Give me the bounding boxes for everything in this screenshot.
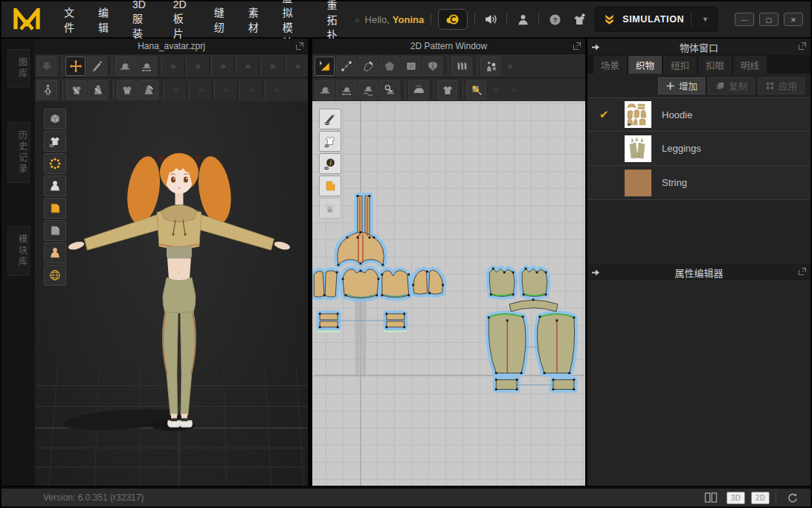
iron-tool-button[interactable]: [408, 80, 428, 100]
popout-icon[interactable]: [573, 42, 581, 51]
menu-overflow-chevron[interactable]: »: [354, 14, 358, 25]
info-eye-button[interactable]: i: [319, 153, 341, 174]
collapse-arrow-icon[interactable]: [591, 269, 601, 277]
help-button[interactable]: ?: [546, 11, 564, 28]
drape-dress-button[interactable]: [138, 80, 158, 100]
popout-icon[interactable]: [295, 42, 304, 51]
overflow-chevron-button[interactable]: »: [239, 57, 256, 76]
box-3d-button[interactable]: [44, 109, 66, 129]
texture-tool-button[interactable]: [466, 80, 486, 100]
add-garment-button[interactable]: [570, 11, 588, 28]
menu-sewing[interactable]: 缝纫: [202, 4, 236, 34]
toolbar-separator: [237, 81, 240, 99]
shirt-tool-button[interactable]: [437, 80, 457, 100]
fabric-row-leggings[interactable]: Leggings: [587, 132, 811, 166]
maximize-button[interactable]: ▢: [759, 13, 779, 26]
simulation-dropdown-caret[interactable]: ▼: [698, 16, 712, 23]
sew-machine-button[interactable]: [115, 57, 135, 76]
shirt-3d-button[interactable]: [44, 131, 66, 152]
viewport-3d[interactable]: [35, 101, 308, 486]
paper-gray-button[interactable]: [44, 220, 66, 241]
rect-tool-button[interactable]: [401, 57, 421, 76]
overflow-chevron-button[interactable]: »: [243, 80, 260, 100]
dart-tool-button[interactable]: [422, 57, 442, 76]
menu-retopology[interactable]: 重拓扑: [315, 0, 355, 42]
overflow-chevron-button[interactable]: »: [265, 57, 281, 76]
sew-check-button[interactable]: [379, 80, 399, 100]
menu-file[interactable]: 文件: [52, 4, 86, 34]
overflow-chevron-button[interactable]: »: [502, 57, 518, 76]
tab-button[interactable]: 纽扣: [663, 56, 697, 74]
move-tool-button[interactable]: [65, 57, 85, 76]
paper-yellow-button[interactable]: [44, 198, 66, 219]
pin-dress-button[interactable]: [88, 80, 108, 100]
polygon-tool-button[interactable]: [379, 57, 399, 76]
cloud-credit-button[interactable]: [438, 9, 468, 30]
pen-polygon-button[interactable]: [358, 57, 378, 76]
dock-tab-modules[interactable]: 模块库: [7, 226, 30, 276]
viewport-2d[interactable]: i: [312, 101, 585, 486]
popout-icon[interactable]: [798, 42, 807, 51]
menu-material[interactable]: 素材: [236, 4, 271, 34]
pleats-tool-button[interactable]: [451, 57, 471, 76]
dock-tab-history[interactable]: 历史记录: [7, 122, 30, 183]
shirt-eye-button[interactable]: [319, 131, 341, 152]
fabric-row-hoodie[interactable]: ✔ Hoodie: [587, 97, 811, 132]
overflow-chevron-button[interactable]: »: [215, 57, 231, 76]
menu-edit[interactable]: 编辑: [86, 4, 120, 34]
split-view-button[interactable]: [701, 491, 721, 505]
sound-button[interactable]: [482, 11, 500, 28]
overflow-chevron-button[interactable]: »: [165, 57, 181, 76]
sew-seg-button[interactable]: [137, 57, 156, 76]
bust-white-button[interactable]: [44, 176, 66, 196]
sew-seg-button[interactable]: [336, 80, 356, 100]
paper-eye-button[interactable]: [319, 176, 341, 196]
sync-button[interactable]: [782, 491, 802, 505]
dock-tab-library[interactable]: 图库: [7, 49, 30, 88]
bust-orange-button[interactable]: [44, 242, 66, 263]
overflow-chevron-button[interactable]: »: [167, 80, 184, 100]
tab-fabric[interactable]: 织物: [628, 56, 662, 74]
popout-icon[interactable]: [798, 267, 807, 276]
edit-pattern-button[interactable]: [336, 57, 356, 76]
menu-2d-pattern[interactable]: 2D板片: [161, 0, 202, 40]
avatar-pattern-button[interactable]: [480, 57, 500, 76]
overflow-chevron-button[interactable]: »: [289, 57, 306, 76]
menu-3d-garment[interactable]: 3D服装: [120, 0, 161, 40]
import-arrow-button[interactable]: [37, 57, 57, 76]
collapse-arrow-icon[interactable]: [591, 43, 601, 51]
toolbar-3d-row2: »»»»»: [35, 77, 308, 101]
pin-shirt-button[interactable]: [66, 80, 86, 100]
add-fabric-button[interactable]: 增加: [658, 77, 705, 94]
move-tool-icon: [69, 60, 83, 73]
minimize-button[interactable]: —: [735, 13, 754, 26]
brush-tool-button[interactable]: [87, 57, 106, 76]
show-3d-button[interactable]: 3D: [726, 492, 745, 504]
close-button[interactable]: ✕: [784, 13, 803, 26]
fabric-row-string[interactable]: String: [587, 166, 811, 200]
walk-avatar-button[interactable]: [37, 80, 57, 100]
overflow-chevron-button[interactable]: »: [190, 57, 206, 76]
tab-scene[interactable]: 场景: [593, 56, 627, 74]
transform-pattern-button[interactable]: [315, 57, 335, 76]
simulation-button[interactable]: SIMULATION ▼: [595, 7, 718, 32]
overflow-chevron-button[interactable]: »: [218, 80, 234, 100]
tab-buttonhole[interactable]: 扣眼: [698, 56, 732, 74]
drape-shirt-button[interactable]: [117, 80, 137, 100]
show-2d-button[interactable]: 2D: [751, 492, 770, 504]
sew-machine-button[interactable]: [315, 80, 335, 100]
overflow-chevron-button[interactable]: »: [488, 80, 504, 100]
tab-topstitch[interactable]: 明线: [733, 56, 767, 74]
apply-fabric-button[interactable]: 应用: [758, 77, 805, 94]
dots-circle-button[interactable]: [44, 153, 66, 174]
copy-fabric-button[interactable]: 复制: [708, 77, 755, 94]
overflow-chevron-button[interactable]: »: [193, 80, 209, 100]
overflow-chevron-button[interactable]: »: [268, 80, 285, 100]
sew-free-button[interactable]: [358, 80, 378, 100]
globe-tool-button[interactable]: [44, 265, 66, 286]
shirt-lock-button[interactable]: [319, 198, 341, 219]
overflow-chevron-button[interactable]: »: [506, 80, 522, 100]
needle-eye-button[interactable]: [319, 109, 341, 129]
account-button[interactable]: [514, 11, 532, 28]
brush-tool-icon: [90, 60, 103, 73]
